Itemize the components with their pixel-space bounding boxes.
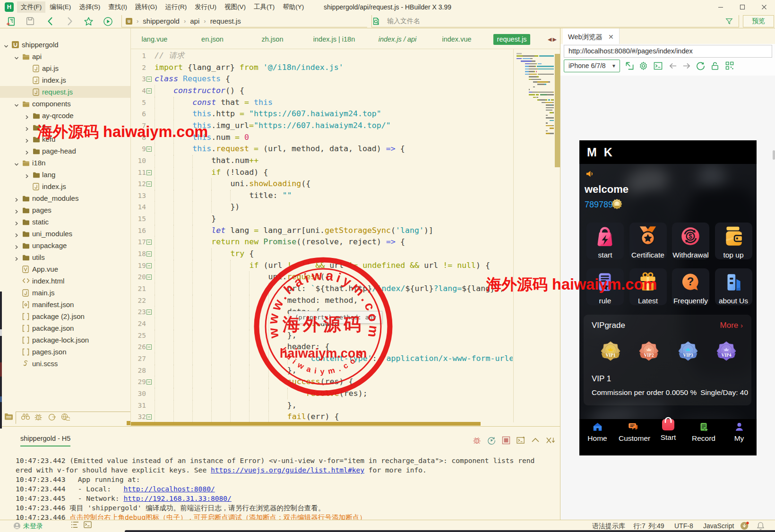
device-select[interactable]: iPhone 6/7/8▼ (564, 60, 620, 72)
tab-scroll-right-icon[interactable]: ▶ (553, 36, 558, 42)
browser-back-icon[interactable] (668, 61, 677, 70)
tree-item-main.js[interactable]: main.js (0, 287, 130, 299)
menu-7[interactable]: 发行(U) (191, 1, 220, 13)
minimap[interactable] (513, 49, 554, 422)
tree-item-index.js[interactable]: index.js (0, 74, 130, 86)
browser-forward-icon[interactable] (682, 61, 691, 70)
grid-item-Certificate[interactable]: Certificate (629, 223, 667, 259)
grid-item-Withdrawal[interactable]: $Withdrawal (672, 223, 709, 259)
editor-horizontal-scrollbar[interactable] (131, 421, 560, 426)
tree-item-pages.json[interactable]: pages.json (0, 346, 130, 358)
debug-tab-bug-icon[interactable] (34, 413, 43, 422)
console-link[interactable]: http://localhost:8080/ (123, 485, 215, 493)
breadcrumb-file[interactable]: request.js (210, 17, 241, 25)
tree-item-ay-qrcode[interactable]: ay-qrcode (0, 110, 130, 121)
console-clear-icon[interactable] (546, 436, 554, 445)
browser-refresh-icon[interactable] (696, 61, 705, 70)
tree-item-index.html[interactable]: index.html (0, 275, 130, 287)
grid-item-start[interactable]: start (586, 223, 624, 259)
tree-item-index.js[interactable]: index.js (0, 180, 130, 192)
tree-item-api[interactable]: api (0, 51, 130, 62)
console-debug-bug-icon[interactable] (473, 436, 481, 445)
explorer-tab-folder-icon[interactable] (4, 413, 14, 422)
favorite-star-button[interactable] (83, 16, 94, 27)
tree-item-uni.scss[interactable]: uni.scss (0, 358, 130, 369)
tree-item-static[interactable]: static (0, 216, 130, 228)
console-terminal-icon[interactable] (654, 61, 663, 70)
tree-item-node_modules[interactable]: node_modules (0, 192, 130, 204)
tree-item-api.js[interactable]: api.js (0, 62, 130, 74)
editor-tab-en.json[interactable]: en.json (195, 34, 230, 45)
tree-item-request.js[interactable]: request.js (0, 86, 130, 98)
editor-tab-zh.json[interactable]: zh.json (255, 34, 290, 45)
browser-tab-close-icon[interactable]: ✕ (608, 33, 614, 41)
preview-button[interactable]: 预览 (743, 15, 774, 27)
tree-item-uni_modules[interactable]: uni_modules (0, 228, 130, 240)
tree-item-shippergold[interactable]: shippergold (0, 39, 130, 51)
settings-gear-icon[interactable] (639, 61, 648, 70)
console-restart-icon[interactable] (487, 436, 496, 445)
vip-more-link[interactable]: More › (720, 321, 743, 330)
tree-item-package-lock.json[interactable]: package-lock.json (0, 334, 130, 346)
outline-icon[interactable] (71, 520, 79, 532)
panel-scrollbar-thumb[interactable] (773, 150, 775, 160)
save-button[interactable] (25, 16, 36, 27)
tree-item-page-head[interactable]: page-head (0, 145, 130, 157)
tree-item-components[interactable]: components (0, 98, 130, 110)
editor-tab-index.js___api[interactable]: index.js / api (374, 34, 421, 45)
nav-Start[interactable]: Start (654, 415, 682, 442)
terminal-status-icon[interactable] (84, 520, 92, 532)
tree-item-lang[interactable]: lang (0, 169, 130, 180)
tree-item-package__2_.json[interactable]: package (2).json (0, 310, 130, 322)
console-link[interactable]: https://vuejs.org/guide/list.html#key (211, 466, 364, 474)
grid-item-about-Us[interactable]: about Us (715, 268, 752, 305)
forward-button[interactable] (64, 16, 75, 27)
tree-item-pages[interactable]: pages (0, 204, 130, 216)
nav-Home[interactable]: Home (583, 422, 611, 443)
open-external-icon[interactable] (625, 61, 634, 70)
editor-tab-lang.vue[interactable]: lang.vue (136, 34, 173, 45)
nav-My[interactable]: My (725, 422, 753, 443)
back-button[interactable] (45, 16, 56, 27)
refresh-tab-icon[interactable] (47, 413, 57, 422)
breadcrumb-folder[interactable]: api (190, 17, 199, 25)
browser-tab[interactable]: Web浏览器✕ (563, 28, 620, 45)
new-file-button[interactable] (5, 16, 17, 27)
url-input[interactable]: http://localhost:8080/#/pages/index/inde… (564, 45, 772, 58)
tree-item-manifest.json[interactable]: manifest.json (0, 299, 130, 310)
nav-Customer[interactable]: Customer (619, 422, 647, 443)
console-collapse-icon[interactable] (531, 436, 540, 445)
filter-icon[interactable] (725, 17, 733, 25)
maximize-button[interactable] (732, 0, 753, 14)
unlock-icon[interactable] (711, 61, 720, 70)
console-link[interactable]: http://192.168.31.33:8080/ (123, 494, 231, 502)
menu-9[interactable]: 工具(T) (250, 1, 278, 13)
menu-3[interactable]: 选择(S) (75, 1, 104, 13)
editor-tab-request.js[interactable]: request.js (493, 34, 530, 45)
menu-2[interactable]: 编辑(E) (46, 1, 75, 13)
tree-item-package.json[interactable]: package.json (0, 322, 130, 334)
nav-Record[interactable]: Record (689, 422, 718, 443)
console-stop-icon[interactable] (502, 436, 510, 445)
menu-6[interactable]: 运行(R) (162, 1, 191, 13)
grid-item-top-up[interactable]: top up (715, 223, 752, 259)
menu-8[interactable]: 视图(V) (221, 1, 250, 13)
file-search-input[interactable]: 输入文件名 (371, 15, 739, 27)
tab-scroll-left-icon[interactable]: ◀ (548, 36, 552, 42)
grid-item-Frequently[interactable]: ?Frequently (672, 268, 709, 305)
web-tab-globe-icon[interactable] (60, 413, 70, 422)
console-tab[interactable]: shippergold - H5 (20, 435, 70, 446)
menu-4[interactable]: 查找(I) (104, 1, 131, 13)
qrcode-icon[interactable] (725, 61, 734, 70)
menu-5[interactable]: 跳转(G) (131, 1, 161, 13)
minimize-button[interactable] (710, 0, 732, 14)
breadcrumb-project[interactable]: shippergold (143, 17, 180, 25)
menu-1[interactable]: 文件(F) (17, 1, 45, 13)
console-new-terminal-icon[interactable] (517, 436, 525, 445)
tree-item-App.vue[interactable]: App.vue (0, 263, 130, 275)
login-status[interactable]: 未登录 (13, 520, 43, 532)
tree-item-unpackage[interactable]: unpackage (0, 240, 130, 251)
tree-item-i18n[interactable]: i18n (0, 157, 130, 169)
editor-tab-index.js___i18n[interactable]: index.js | i18n (310, 34, 358, 45)
editor-tab-index.vue[interactable]: index.vue (439, 34, 474, 45)
